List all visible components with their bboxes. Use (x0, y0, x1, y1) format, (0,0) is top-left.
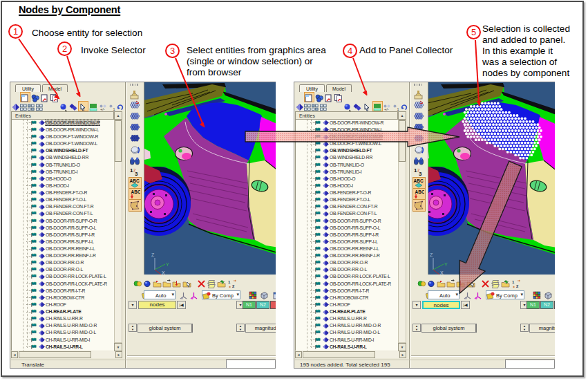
svg-text:Y: Y (166, 262, 169, 267)
svg-text:Z: Z (151, 252, 155, 257)
svg-text:2: 2 (516, 284, 519, 288)
svg-text:3: 3 (419, 171, 422, 177)
svg-text:ABC: ABC (130, 178, 140, 183)
svg-text:Z: Z (430, 252, 433, 257)
svg-text:ABC: ABC (415, 189, 425, 194)
svg-text:2: 2 (232, 284, 235, 288)
svg-text:Y: Y (444, 262, 448, 267)
svg-text:ABC: ABC (414, 178, 424, 183)
svg-text:1: 1 (512, 280, 515, 284)
svg-text:3: 3 (135, 171, 138, 177)
svg-text:1: 1 (228, 280, 231, 284)
svg-text:ABC: ABC (131, 189, 141, 194)
